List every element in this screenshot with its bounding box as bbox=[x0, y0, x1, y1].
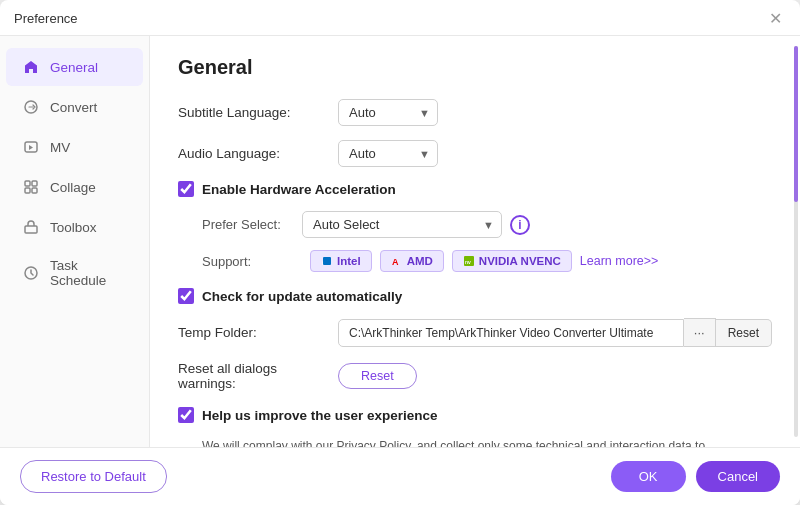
mv-icon bbox=[22, 138, 40, 156]
nvidia-chip[interactable]: nv NVIDIA NVENC bbox=[452, 250, 572, 272]
subtitle-language-row: Subtitle Language: Auto English Chinese … bbox=[178, 99, 772, 126]
page-title: General bbox=[178, 56, 772, 79]
learn-more-link[interactable]: Learn more>> bbox=[580, 254, 659, 268]
hardware-acceleration-row: Enable Hardware Acceleration bbox=[178, 181, 772, 197]
sidebar-item-task-schedule[interactable]: Task Schedule bbox=[6, 248, 143, 298]
convert-icon bbox=[22, 98, 40, 116]
audio-language-label: Audio Language: bbox=[178, 146, 338, 161]
home-icon bbox=[22, 58, 40, 76]
hardware-acceleration-label: Enable Hardware Acceleration bbox=[202, 182, 396, 197]
prefer-select-dropdown[interactable]: Auto Select Intel AMD NVIDIA NVENC bbox=[302, 211, 502, 238]
scrollbar-track bbox=[794, 46, 798, 437]
footer-actions: OK Cancel bbox=[611, 461, 780, 492]
nvidia-chip-label: NVIDIA NVENC bbox=[479, 255, 561, 267]
svg-text:A: A bbox=[392, 257, 399, 267]
svg-rect-5 bbox=[32, 188, 37, 193]
help-improve-checkbox[interactable] bbox=[178, 407, 194, 423]
sidebar-item-collage[interactable]: Collage bbox=[6, 168, 143, 206]
intel-chip-label: Intel bbox=[337, 255, 361, 267]
toolbox-icon bbox=[22, 218, 40, 236]
sidebar-label-toolbox: Toolbox bbox=[50, 220, 97, 235]
subtitle-language-select[interactable]: Auto English Chinese French bbox=[338, 99, 438, 126]
svg-rect-2 bbox=[25, 181, 30, 186]
amd-chip-label: AMD bbox=[407, 255, 433, 267]
temp-folder-input[interactable] bbox=[338, 319, 684, 347]
schedule-icon bbox=[22, 264, 40, 282]
audio-language-row: Audio Language: Auto English Chinese Fre… bbox=[178, 140, 772, 167]
sidebar: General Convert MV bbox=[0, 36, 150, 447]
dots-button[interactable]: ··· bbox=[684, 318, 716, 347]
help-improve-description: We will complay with our Privacy Policy,… bbox=[202, 437, 722, 447]
sidebar-label-general: General bbox=[50, 60, 98, 75]
reset-dialogs-row: Reset all dialogs warnings: Reset bbox=[178, 361, 772, 391]
audio-language-select-wrapper: Auto English Chinese French ▼ bbox=[338, 140, 438, 167]
collage-icon bbox=[22, 178, 40, 196]
temp-folder-row: Temp Folder: ··· Reset bbox=[178, 318, 772, 347]
temp-folder-label: Temp Folder: bbox=[178, 325, 338, 340]
support-row: Support: i Intel A AMD nv NVIDIA NVENC L… bbox=[202, 250, 772, 272]
sidebar-item-general[interactable]: General bbox=[6, 48, 143, 86]
content-area: General Subtitle Language: Auto English … bbox=[150, 36, 800, 447]
sidebar-item-mv[interactable]: MV bbox=[6, 128, 143, 166]
prefer-select-wrapper: Auto Select Intel AMD NVIDIA NVENC ▼ bbox=[302, 211, 502, 238]
audio-language-select[interactable]: Auto English Chinese French bbox=[338, 140, 438, 167]
reset-dialogs-label: Reset all dialogs warnings: bbox=[178, 361, 338, 391]
subtitle-language-select-wrapper: Auto English Chinese French ▼ bbox=[338, 99, 438, 126]
prefer-select-row: Prefer Select: Auto Select Intel AMD NVI… bbox=[202, 211, 772, 238]
close-button[interactable]: ✕ bbox=[765, 9, 786, 29]
info-icon[interactable]: i bbox=[510, 215, 530, 235]
ok-button[interactable]: OK bbox=[611, 461, 686, 492]
preference-window: Preference ✕ General Co bbox=[0, 0, 800, 505]
amd-chip[interactable]: A AMD bbox=[380, 250, 444, 272]
check-update-label: Check for update automatically bbox=[202, 289, 402, 304]
check-update-row: Check for update automatically bbox=[178, 288, 772, 304]
main-layout: General Convert MV bbox=[0, 36, 800, 447]
temp-folder-reset-button[interactable]: Reset bbox=[716, 319, 772, 347]
svg-rect-8 bbox=[323, 257, 331, 265]
sidebar-label-mv: MV bbox=[50, 140, 70, 155]
sidebar-label-convert: Convert bbox=[50, 100, 97, 115]
hardware-acceleration-checkbox[interactable] bbox=[178, 181, 194, 197]
intel-chip[interactable]: i Intel bbox=[310, 250, 372, 272]
help-improve-row: Help us improve the user experience bbox=[178, 407, 772, 423]
window-title: Preference bbox=[14, 11, 78, 26]
footer: Restore to Default OK Cancel bbox=[0, 447, 800, 505]
check-update-checkbox[interactable] bbox=[178, 288, 194, 304]
prefer-select-label: Prefer Select: bbox=[202, 217, 302, 232]
cancel-button[interactable]: Cancel bbox=[696, 461, 780, 492]
help-improve-label: Help us improve the user experience bbox=[202, 408, 438, 423]
sidebar-item-convert[interactable]: Convert bbox=[6, 88, 143, 126]
title-bar: Preference ✕ bbox=[0, 0, 800, 36]
svg-text:nv: nv bbox=[465, 259, 471, 265]
svg-rect-6 bbox=[25, 226, 37, 233]
support-label: Support: bbox=[202, 254, 302, 269]
svg-rect-3 bbox=[32, 181, 37, 186]
scrollbar-thumb[interactable] bbox=[794, 46, 798, 202]
restore-default-button[interactable]: Restore to Default bbox=[20, 460, 167, 493]
sidebar-item-toolbox[interactable]: Toolbox bbox=[6, 208, 143, 246]
reset-dialogs-button[interactable]: Reset bbox=[338, 363, 417, 389]
sidebar-label-task-schedule: Task Schedule bbox=[50, 258, 127, 288]
subtitle-language-label: Subtitle Language: bbox=[178, 105, 338, 120]
svg-rect-4 bbox=[25, 188, 30, 193]
sidebar-label-collage: Collage bbox=[50, 180, 96, 195]
